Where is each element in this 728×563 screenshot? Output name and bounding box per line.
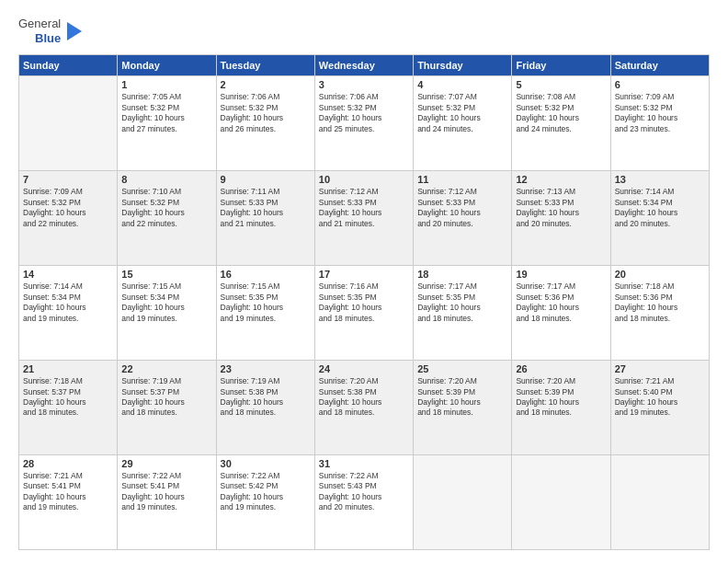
calendar-cell: 18Sunrise: 7:17 AM Sunset: 5:35 PM Dayli…	[414, 266, 512, 361]
calendar-cell: 28Sunrise: 7:21 AM Sunset: 5:41 PM Dayli…	[19, 455, 118, 550]
weekday-header-monday: Monday	[118, 55, 216, 76]
page: General Blue SundayMondayTuesdayWednesda…	[0, 0, 728, 563]
day-number: 5	[516, 79, 606, 90]
day-info: Sunrise: 7:14 AM Sunset: 5:34 PM Dayligh…	[615, 187, 705, 229]
day-info: Sunrise: 7:17 AM Sunset: 5:35 PM Dayligh…	[417, 282, 507, 324]
day-number: 1	[121, 79, 211, 90]
day-info: Sunrise: 7:20 AM Sunset: 5:39 PM Dayligh…	[516, 376, 606, 419]
day-number: 17	[319, 269, 409, 280]
calendar-cell: 1Sunrise: 7:05 AM Sunset: 5:32 PM Daylig…	[118, 76, 216, 171]
logo-text-general: General	[18, 17, 61, 31]
calendar-cell: 8Sunrise: 7:10 AM Sunset: 5:32 PM Daylig…	[118, 171, 216, 266]
day-number: 7	[23, 174, 113, 185]
day-number: 4	[417, 79, 507, 90]
day-number: 29	[121, 458, 211, 469]
day-number: 6	[615, 79, 705, 90]
calendar-cell: 31Sunrise: 7:22 AM Sunset: 5:43 PM Dayli…	[314, 455, 413, 550]
day-number: 13	[615, 174, 705, 185]
day-number: 21	[23, 363, 113, 374]
logo: General Blue	[18, 17, 82, 45]
calendar-cell	[512, 455, 610, 550]
day-number: 22	[121, 363, 211, 374]
calendar-table: SundayMondayTuesdayWednesdayThursdayFrid…	[18, 54, 710, 550]
calendar-week-row: 1Sunrise: 7:05 AM Sunset: 5:32 PM Daylig…	[19, 76, 710, 171]
day-info: Sunrise: 7:18 AM Sunset: 5:37 PM Dayligh…	[23, 376, 113, 419]
day-info: Sunrise: 7:13 AM Sunset: 5:33 PM Dayligh…	[516, 187, 606, 229]
calendar-cell	[19, 76, 118, 171]
day-info: Sunrise: 7:09 AM Sunset: 5:32 PM Dayligh…	[23, 187, 113, 229]
day-number: 14	[23, 269, 113, 280]
day-info: Sunrise: 7:06 AM Sunset: 5:32 PM Dayligh…	[319, 92, 409, 134]
calendar-cell: 16Sunrise: 7:15 AM Sunset: 5:35 PM Dayli…	[216, 266, 314, 361]
calendar-week-row: 28Sunrise: 7:21 AM Sunset: 5:41 PM Dayli…	[19, 455, 710, 550]
calendar-cell: 25Sunrise: 7:20 AM Sunset: 5:39 PM Dayli…	[414, 361, 512, 455]
calendar-cell: 13Sunrise: 7:14 AM Sunset: 5:34 PM Dayli…	[610, 171, 709, 266]
calendar-cell	[610, 455, 709, 550]
calendar-cell: 17Sunrise: 7:16 AM Sunset: 5:35 PM Dayli…	[314, 266, 413, 361]
logo-arrow	[67, 22, 82, 40]
day-info: Sunrise: 7:07 AM Sunset: 5:32 PM Dayligh…	[417, 92, 507, 134]
day-number: 10	[319, 174, 409, 185]
day-number: 27	[615, 363, 705, 374]
day-number: 11	[417, 174, 507, 185]
day-number: 24	[319, 363, 409, 374]
day-info: Sunrise: 7:21 AM Sunset: 5:41 PM Dayligh…	[23, 471, 113, 513]
day-number: 19	[516, 269, 606, 280]
day-number: 25	[417, 363, 507, 374]
day-number: 8	[121, 174, 211, 185]
day-number: 20	[615, 269, 705, 280]
day-info: Sunrise: 7:12 AM Sunset: 5:33 PM Dayligh…	[417, 187, 507, 229]
calendar-cell: 27Sunrise: 7:21 AM Sunset: 5:40 PM Dayli…	[610, 361, 709, 455]
calendar-cell: 24Sunrise: 7:20 AM Sunset: 5:38 PM Dayli…	[314, 361, 413, 455]
day-info: Sunrise: 7:22 AM Sunset: 5:43 PM Dayligh…	[319, 471, 409, 513]
day-number: 16	[221, 269, 311, 280]
day-info: Sunrise: 7:18 AM Sunset: 5:36 PM Dayligh…	[615, 282, 705, 324]
day-info: Sunrise: 7:20 AM Sunset: 5:38 PM Dayligh…	[319, 376, 409, 419]
day-info: Sunrise: 7:22 AM Sunset: 5:42 PM Dayligh…	[221, 471, 311, 513]
day-info: Sunrise: 7:16 AM Sunset: 5:35 PM Dayligh…	[319, 282, 409, 324]
day-info: Sunrise: 7:09 AM Sunset: 5:32 PM Dayligh…	[615, 92, 705, 134]
calendar-cell: 2Sunrise: 7:06 AM Sunset: 5:32 PM Daylig…	[216, 76, 314, 171]
calendar-cell: 21Sunrise: 7:18 AM Sunset: 5:37 PM Dayli…	[19, 361, 118, 455]
day-number: 9	[221, 174, 311, 185]
logo-text-blue: Blue	[35, 31, 61, 46]
calendar-cell: 22Sunrise: 7:19 AM Sunset: 5:37 PM Dayli…	[118, 361, 216, 455]
calendar-cell: 5Sunrise: 7:08 AM Sunset: 5:32 PM Daylig…	[512, 76, 610, 171]
day-number: 12	[516, 174, 606, 185]
day-info: Sunrise: 7:15 AM Sunset: 5:35 PM Dayligh…	[221, 282, 311, 324]
day-info: Sunrise: 7:19 AM Sunset: 5:37 PM Dayligh…	[121, 376, 211, 419]
calendar-cell: 11Sunrise: 7:12 AM Sunset: 5:33 PM Dayli…	[414, 171, 512, 266]
calendar-cell: 23Sunrise: 7:19 AM Sunset: 5:38 PM Dayli…	[216, 361, 314, 455]
day-info: Sunrise: 7:06 AM Sunset: 5:32 PM Dayligh…	[221, 92, 311, 134]
weekday-header-wednesday: Wednesday	[314, 55, 413, 76]
calendar-cell	[414, 455, 512, 550]
calendar-cell: 20Sunrise: 7:18 AM Sunset: 5:36 PM Dayli…	[610, 266, 709, 361]
day-info: Sunrise: 7:08 AM Sunset: 5:32 PM Dayligh…	[516, 92, 606, 134]
day-info: Sunrise: 7:20 AM Sunset: 5:39 PM Dayligh…	[417, 376, 507, 419]
calendar-week-row: 14Sunrise: 7:14 AM Sunset: 5:34 PM Dayli…	[19, 266, 710, 361]
calendar-cell: 29Sunrise: 7:22 AM Sunset: 5:41 PM Dayli…	[118, 455, 216, 550]
day-info: Sunrise: 7:14 AM Sunset: 5:34 PM Dayligh…	[23, 282, 113, 324]
day-info: Sunrise: 7:22 AM Sunset: 5:41 PM Dayligh…	[121, 471, 211, 513]
day-number: 23	[221, 363, 311, 374]
day-info: Sunrise: 7:19 AM Sunset: 5:38 PM Dayligh…	[221, 376, 311, 419]
day-number: 3	[319, 79, 409, 90]
day-info: Sunrise: 7:17 AM Sunset: 5:36 PM Dayligh…	[516, 282, 606, 324]
calendar-cell: 19Sunrise: 7:17 AM Sunset: 5:36 PM Dayli…	[512, 266, 610, 361]
day-info: Sunrise: 7:15 AM Sunset: 5:34 PM Dayligh…	[121, 282, 211, 324]
weekday-header-row: SundayMondayTuesdayWednesdayThursdayFrid…	[19, 55, 710, 76]
weekday-header-thursday: Thursday	[414, 55, 512, 76]
weekday-header-saturday: Saturday	[610, 55, 709, 76]
calendar-cell: 12Sunrise: 7:13 AM Sunset: 5:33 PM Dayli…	[512, 171, 610, 266]
calendar-cell: 4Sunrise: 7:07 AM Sunset: 5:32 PM Daylig…	[414, 76, 512, 171]
day-info: Sunrise: 7:10 AM Sunset: 5:32 PM Dayligh…	[121, 187, 211, 229]
calendar-cell: 26Sunrise: 7:20 AM Sunset: 5:39 PM Dayli…	[512, 361, 610, 455]
calendar-cell: 10Sunrise: 7:12 AM Sunset: 5:33 PM Dayli…	[314, 171, 413, 266]
calendar-cell: 6Sunrise: 7:09 AM Sunset: 5:32 PM Daylig…	[610, 76, 709, 171]
header: General Blue	[18, 17, 710, 45]
day-number: 30	[221, 458, 311, 469]
calendar-cell: 9Sunrise: 7:11 AM Sunset: 5:33 PM Daylig…	[216, 171, 314, 266]
weekday-header-friday: Friday	[512, 55, 610, 76]
weekday-header-sunday: Sunday	[19, 55, 118, 76]
weekday-header-tuesday: Tuesday	[216, 55, 314, 76]
